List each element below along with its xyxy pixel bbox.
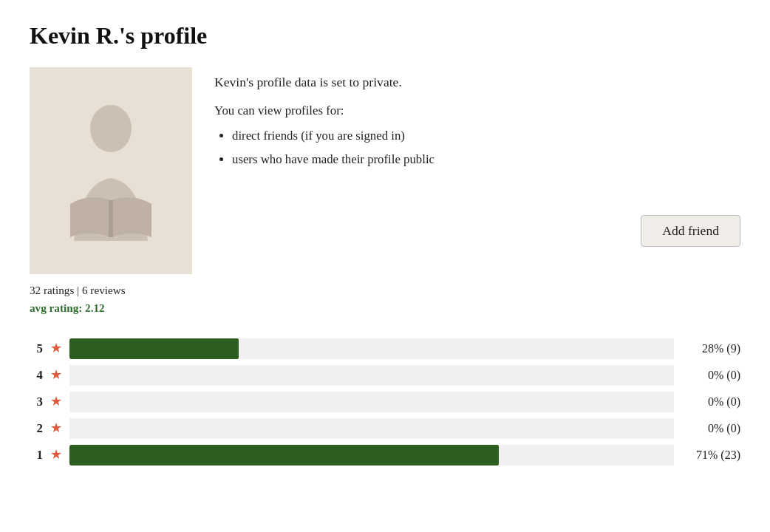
avatar-box: [30, 67, 192, 274]
bar-container: [69, 445, 674, 466]
private-info: Kevin's profile data is set to private. …: [214, 67, 619, 171]
private-message: Kevin's profile data is set to private.: [214, 75, 619, 90]
star-icon: ★: [50, 447, 62, 463]
rating-row: 3★0% (0): [30, 392, 740, 412]
bar-fill: [69, 445, 499, 466]
star-number: 3: [30, 395, 43, 409]
ratings-chart: 5★28% (9)4★0% (0)3★0% (0)2★0% (0)1★71% (…: [30, 338, 740, 466]
list-item: direct friends (if you are signed in): [232, 124, 619, 148]
star-number: 5: [30, 341, 43, 356]
bar-label: 0% (0): [681, 369, 740, 382]
svg-point-0: [90, 105, 132, 152]
bar-label: 0% (0): [681, 422, 740, 435]
avg-rating: avg rating: 2.12: [30, 299, 192, 317]
star-icon: ★: [50, 394, 62, 409]
list-item: users who have made their profile public: [232, 148, 619, 171]
star-icon: ★: [50, 367, 62, 383]
rating-row: 2★0% (0): [30, 418, 740, 439]
bar-fill: [69, 338, 239, 359]
view-profiles-label: You can view profiles for:: [214, 103, 619, 118]
rating-row: 4★0% (0): [30, 365, 740, 386]
star-icon: ★: [50, 420, 62, 436]
avatar-column: 32 ratings | 6 reviews avg rating: 2.12: [30, 67, 192, 318]
bar-container: [69, 338, 674, 359]
bar-container: [69, 365, 674, 386]
avatar-icon: [59, 100, 163, 241]
view-profiles-list: direct friends (if you are signed in) us…: [214, 124, 619, 171]
bar-container: [69, 418, 674, 439]
add-friend-button[interactable]: Add friend: [641, 215, 740, 247]
page-title: Kevin R.'s profile: [30, 22, 740, 50]
ratings-text-block: 32 ratings | 6 reviews avg rating: 2.12: [30, 282, 192, 318]
star-number: 1: [30, 448, 43, 463]
star-icon: ★: [50, 341, 62, 356]
profile-section: 32 ratings | 6 reviews avg rating: 2.12 …: [30, 67, 740, 318]
bar-container: [69, 392, 674, 412]
rating-row: 5★28% (9): [30, 338, 740, 359]
svg-rect-1: [109, 200, 113, 237]
bar-label: 28% (9): [681, 342, 740, 355]
bar-label: 71% (23): [681, 449, 740, 462]
star-number: 4: [30, 368, 43, 383]
rating-row: 1★71% (23): [30, 445, 740, 466]
bar-label: 0% (0): [681, 395, 740, 409]
ratings-info: 32 ratings | 6 reviews: [30, 282, 192, 299]
ratings-reviews-text: 32 ratings | 6 reviews: [30, 284, 126, 296]
star-number: 2: [30, 421, 43, 436]
